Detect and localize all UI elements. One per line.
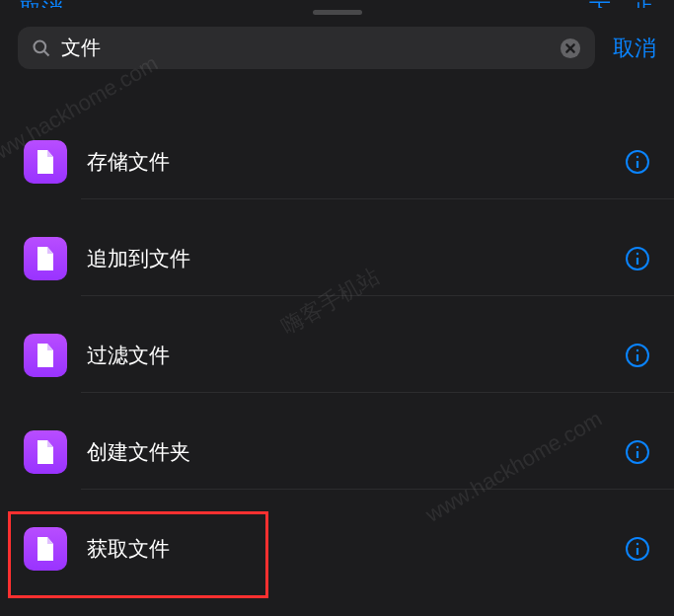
list-item[interactable]: 获取文件 xyxy=(0,511,674,586)
list-item-label: 存储文件 xyxy=(87,148,605,176)
search-row: 取消 xyxy=(0,15,674,85)
list-item[interactable]: 存储文件 xyxy=(0,124,674,199)
list-item-label: 过滤文件 xyxy=(87,342,605,369)
list-item-label: 创建文件夹 xyxy=(87,438,605,466)
svg-point-9 xyxy=(637,253,638,255)
info-icon[interactable] xyxy=(625,536,650,562)
list-item[interactable]: 创建文件夹 xyxy=(0,415,674,490)
svg-line-1 xyxy=(44,50,49,55)
search-icon xyxy=(32,38,51,58)
cancel-button[interactable]: 取消 xyxy=(613,34,656,63)
svg-point-18 xyxy=(637,543,638,545)
svg-point-6 xyxy=(637,156,638,158)
list-item[interactable]: 过滤文件 xyxy=(0,318,674,393)
svg-point-15 xyxy=(637,446,638,448)
info-icon[interactable] xyxy=(625,439,650,465)
previous-screen-partial: 取消 下一步 xyxy=(0,0,674,8)
file-icon xyxy=(24,430,67,474)
clear-search-icon[interactable] xyxy=(560,38,581,59)
svg-point-0 xyxy=(35,40,46,52)
search-container[interactable] xyxy=(18,27,595,69)
info-icon[interactable] xyxy=(625,149,650,175)
list-item[interactable]: 追加到文件 xyxy=(0,221,674,296)
list-item-label: 获取文件 xyxy=(87,535,605,563)
info-icon[interactable] xyxy=(625,343,650,368)
info-icon[interactable] xyxy=(625,246,650,271)
file-icon xyxy=(24,237,67,280)
file-icon xyxy=(24,140,67,184)
svg-point-12 xyxy=(637,349,638,351)
search-input[interactable] xyxy=(61,37,550,59)
file-icon xyxy=(24,334,67,377)
file-icon xyxy=(24,527,67,571)
results-list: 存储文件追加到文件过滤文件创建文件夹获取文件 xyxy=(0,85,674,586)
list-item-label: 追加到文件 xyxy=(87,245,605,272)
